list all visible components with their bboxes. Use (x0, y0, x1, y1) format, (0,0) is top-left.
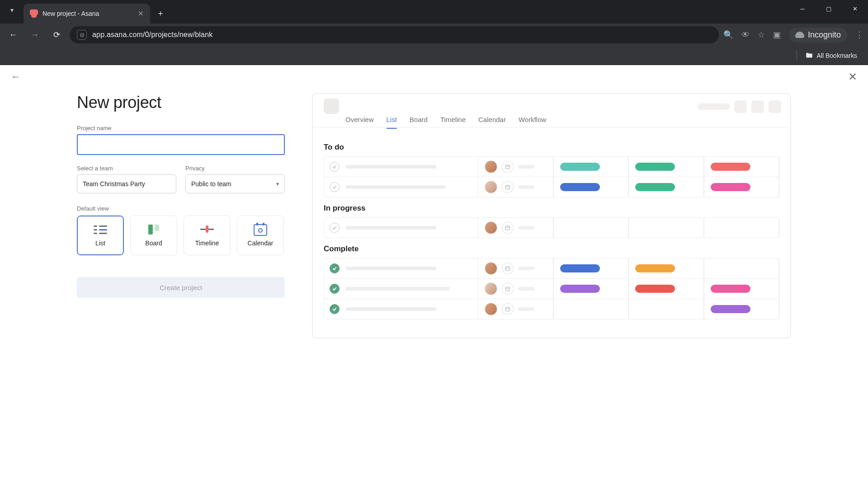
forward-button: → (26, 26, 43, 43)
preview-tab-timeline[interactable]: Timeline (440, 116, 466, 129)
tag-pill (560, 183, 600, 191)
skeleton (518, 287, 534, 291)
check-icon[interactable] (330, 162, 340, 172)
task-row[interactable] (324, 177, 779, 197)
page-title: New project (77, 93, 285, 112)
preview-tab-overview[interactable]: Overview (345, 116, 374, 129)
date-icon (502, 222, 514, 234)
preview-tab-list[interactable]: List (387, 116, 397, 129)
view-option-list[interactable]: List (77, 216, 124, 255)
preview-tab-board[interactable]: Board (410, 116, 428, 129)
skeleton (518, 185, 534, 189)
incognito-chip[interactable]: Incognito (789, 28, 847, 42)
skeleton (769, 100, 781, 113)
avatar-icon (485, 303, 497, 315)
skeleton (346, 287, 450, 291)
preview-tab-workflow[interactable]: Workflow (519, 116, 546, 129)
chevron-down-icon: ▾ (276, 181, 279, 187)
project-name-input[interactable] (77, 134, 285, 155)
section-todo: To do (324, 143, 779, 152)
skeleton (518, 267, 534, 270)
url-text: app.asana.com/0/projects/new/blank (92, 31, 213, 39)
check-icon[interactable] (330, 182, 340, 192)
tag-pill (635, 264, 675, 272)
task-row[interactable] (324, 156, 779, 177)
date-icon (502, 283, 514, 295)
svg-rect-2 (506, 185, 510, 189)
reload-button[interactable]: ⟳ (48, 26, 65, 43)
tag-pill (711, 163, 750, 171)
avatar-icon (485, 221, 497, 234)
skeleton (518, 307, 534, 311)
default-view-label: Default view (77, 205, 285, 212)
page-back-button[interactable]: ← (11, 71, 21, 83)
privacy-label: Privacy (185, 165, 285, 172)
sidepanel-icon[interactable]: ▣ (773, 30, 781, 40)
preview-panel: Overview List Board Timeline Calendar Wo… (312, 93, 791, 338)
task-row[interactable] (324, 278, 779, 299)
team-label: Select a team (77, 165, 176, 172)
view-option-board[interactable]: Board (130, 216, 177, 255)
svg-rect-4 (506, 226, 510, 230)
date-icon (502, 161, 514, 173)
tag-pill (711, 305, 750, 313)
svg-rect-6 (506, 267, 510, 270)
task-row[interactable] (324, 217, 779, 238)
preview-tab-calendar[interactable]: Calendar (478, 116, 506, 129)
skeleton (751, 100, 764, 113)
skeleton (518, 165, 534, 169)
tab-search-icon[interactable]: ▾ (10, 6, 14, 14)
address-bar[interactable]: ⊟ app.asana.com/0/projects/new/blank (70, 26, 719, 43)
calendar-icon (254, 224, 267, 236)
avatar-icon (485, 160, 497, 173)
task-row[interactable] (324, 299, 779, 319)
tag-pill (635, 285, 675, 293)
close-window-button[interactable]: ✕ (842, 0, 868, 17)
maximize-button[interactable]: ▢ (816, 0, 842, 17)
svg-rect-0 (506, 165, 510, 169)
asana-favicon-icon (30, 9, 38, 18)
svg-rect-10 (506, 307, 510, 311)
search-icon[interactable]: 🔍 (723, 30, 733, 40)
back-button[interactable]: ← (5, 26, 22, 43)
eye-off-icon[interactable]: 👁 (741, 30, 750, 40)
check-done-icon[interactable] (330, 263, 340, 273)
check-done-icon[interactable] (330, 304, 340, 314)
check-done-icon[interactable] (330, 284, 340, 294)
all-bookmarks-button[interactable]: All Bookmarks (805, 52, 857, 60)
skeleton (346, 226, 436, 230)
project-color-placeholder (324, 99, 339, 114)
date-icon (502, 303, 514, 315)
page-close-button[interactable]: ✕ (848, 70, 857, 83)
avatar-icon (485, 282, 497, 295)
privacy-select[interactable]: Public to team ▾ (185, 174, 285, 193)
section-in-progress: In progress (324, 204, 779, 213)
close-tab-icon[interactable]: ✕ (138, 9, 144, 18)
view-option-calendar[interactable]: Calendar (237, 216, 284, 255)
minimize-button[interactable]: ─ (789, 0, 816, 17)
new-tab-button[interactable]: ＋ (156, 8, 165, 19)
new-project-form: New project Project name Select a team T… (77, 93, 285, 298)
tag-pill (711, 285, 750, 293)
site-settings-icon[interactable]: ⊟ (77, 30, 87, 40)
list-icon (94, 224, 107, 236)
check-icon[interactable] (330, 223, 340, 233)
avatar-icon (485, 262, 497, 275)
section-complete: Complete (324, 244, 779, 253)
view-option-timeline[interactable]: Timeline (184, 216, 231, 255)
menu-icon[interactable]: ⋮ (855, 30, 863, 40)
bookmarks-bar: All Bookmarks (0, 46, 868, 65)
tag-pill (560, 264, 600, 272)
skeleton (734, 100, 747, 113)
folder-icon (805, 52, 813, 60)
skeleton (346, 165, 436, 169)
team-select[interactable]: Team Christmas Party (77, 174, 176, 193)
skeleton (346, 267, 436, 270)
timeline-icon (200, 224, 214, 236)
task-row[interactable] (324, 258, 779, 279)
skeleton (346, 185, 445, 189)
bookmark-star-icon[interactable]: ☆ (758, 30, 765, 40)
browser-toolbar: ← → ⟳ ⊟ app.asana.com/0/projects/new/bla… (0, 23, 868, 46)
create-project-button: Create project (77, 277, 285, 298)
browser-tab[interactable]: New project - Asana ✕ (24, 4, 150, 23)
